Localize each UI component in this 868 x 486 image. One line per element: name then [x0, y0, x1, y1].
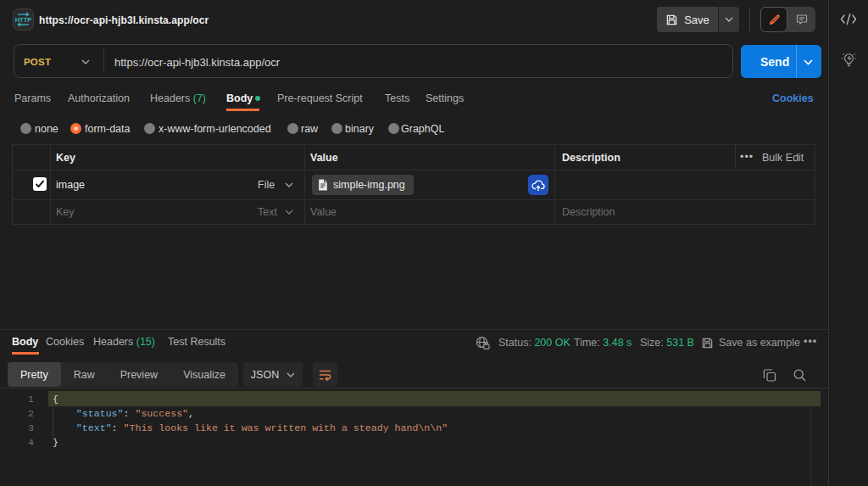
svg-text:HTTP: HTTP	[15, 16, 32, 24]
